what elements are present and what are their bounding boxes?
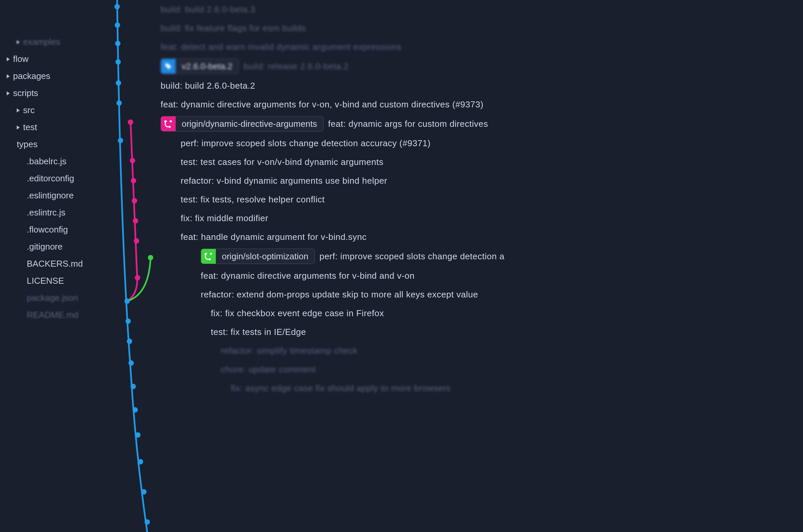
commit-message: feat: dynamic directive arguments for v-… (160, 99, 483, 110)
tree-item-.gitignore[interactable]: .gitignore (7, 238, 107, 255)
commit-message: feat: detect and warn invalid dynamic ar… (160, 42, 402, 52)
ref-tag[interactable]: origin/slot-optimization (201, 249, 315, 264)
tree-item-label: .editorconfig (27, 173, 74, 184)
commit-row[interactable]: origin/slot-optimizationperf: improve sc… (160, 246, 803, 266)
chevron-right-icon (17, 109, 20, 112)
svg-point-23 (135, 275, 140, 280)
commit-row[interactable]: build: fix feature flags for esm builds (160, 19, 803, 37)
tree-item-examples[interactable]: examples (7, 34, 107, 51)
tree-item-unnamed-3[interactable] (7, 27, 107, 34)
tree-item-.eslintignore[interactable]: .eslintignore (7, 187, 107, 204)
tree-item-.editorconfig[interactable]: .editorconfig (7, 170, 107, 187)
commit-message: test: fix tests in IE/Edge (211, 327, 306, 337)
tree-item-package.json[interactable]: package.json (7, 289, 107, 306)
commit-message: feat: dynamic directive arguments for v-… (201, 271, 415, 281)
commit-row[interactable]: test: fix tests in IE/Edge (160, 323, 803, 341)
tree-item-test[interactable]: test (7, 119, 107, 136)
commit-row[interactable]: feat: dynamic directive arguments for v-… (160, 95, 803, 114)
chevron-right-icon (17, 40, 20, 44)
tree-item-unnamed-2[interactable] (7, 20, 107, 27)
commit-message: build: fix feature flags for esm builds (160, 23, 306, 34)
tree-item-unnamed-1[interactable] (7, 13, 107, 20)
ref-tag[interactable]: origin/dynamic-directive-arguments (160, 116, 324, 132)
tree-item-label: scripts (13, 88, 38, 98)
chevron-right-icon (7, 74, 10, 78)
commit-row[interactable]: fix: fix middle modifier (160, 209, 803, 228)
svg-point-14 (138, 459, 143, 464)
commit-row[interactable]: test: fix tests, resolve helper conflict (160, 190, 803, 209)
commit-message: refactor: simplify timestamp check (221, 346, 358, 356)
commit-message: refactor: v-bind dynamic arguments use b… (181, 176, 387, 186)
svg-point-9 (127, 339, 132, 344)
git-branch-icon (201, 249, 216, 264)
ref-tag-label: v2.6.0-beta.2 (176, 59, 238, 74)
tree-item-label: types (17, 139, 37, 150)
chevron-right-icon (17, 126, 20, 130)
commit-message: fix: fix middle modifier (181, 213, 268, 224)
tree-item-types[interactable]: types (7, 136, 107, 153)
svg-point-18 (130, 158, 135, 163)
commit-row[interactable]: fix: async edge case fix should apply to… (160, 379, 803, 398)
svg-point-22 (134, 238, 139, 244)
tree-item-packages[interactable]: packages (7, 68, 107, 84)
commit-message: chore: update comment (221, 364, 316, 375)
ref-tag-label: origin/slot-optimization (216, 249, 314, 264)
tree-item-unnamed-0[interactable] (7, 7, 107, 13)
commit-message: fix: fix checkbox event edge case in Fir… (211, 308, 384, 319)
commit-row[interactable]: build: build 2.6.0-beta.3 (160, 0, 803, 19)
svg-point-3 (115, 59, 121, 64)
tree-item-label: .gitignore (27, 242, 62, 252)
commit-row[interactable]: refactor: simplify timestamp check (160, 341, 803, 360)
svg-point-7 (125, 299, 130, 304)
tree-item-.eslintrc.js[interactable]: .eslintrc.js (7, 204, 107, 221)
tree-item-.babelrc.js[interactable]: .babelrc.js (7, 153, 107, 170)
tree-item-label: .eslintignore (27, 190, 74, 201)
commit-message: perf: improve scoped slots change detect… (320, 251, 504, 262)
commit-row[interactable]: test: test cases for v-on/v-bind dynamic… (160, 153, 803, 171)
commit-message: fix: async edge case fix should apply to… (231, 383, 451, 394)
commit-message: test: test cases for v-on/v-bind dynamic… (181, 157, 383, 167)
commit-message: build: build 2.6.0-beta.2 (160, 81, 255, 91)
svg-point-6 (118, 138, 123, 143)
tree-item-label: LICENSE (27, 276, 64, 286)
svg-point-15 (141, 489, 147, 495)
git-branch-icon (161, 116, 176, 131)
tree-item-label: .flowconfig (27, 225, 68, 235)
ref-tag[interactable]: v2.6.0-beta.2 (160, 59, 239, 74)
svg-point-24 (148, 255, 153, 260)
tree-item-.flowconfig[interactable]: .flowconfig (7, 221, 107, 238)
svg-point-5 (116, 100, 122, 106)
commit-row[interactable]: refactor: extend dom-props update skip t… (160, 285, 803, 304)
tree-item-BACKERS.md[interactable]: BACKERS.md (7, 255, 107, 272)
svg-point-12 (133, 407, 138, 413)
svg-point-8 (126, 319, 131, 324)
tree-item-README.md[interactable]: README.md (7, 306, 107, 324)
commit-row[interactable]: build: build 2.6.0-beta.2 (160, 76, 803, 95)
svg-point-19 (131, 178, 136, 183)
svg-point-1 (115, 22, 120, 28)
commit-message: perf: improve scoped slots change detect… (181, 138, 431, 149)
tree-item-src[interactable]: src (7, 102, 107, 119)
tree-item-LICENSE[interactable]: LICENSE (7, 272, 107, 289)
commit-row[interactable]: feat: handle dynamic argument for v-bind… (160, 228, 803, 246)
ref-tag-label: origin/dynamic-directive-arguments (176, 117, 323, 131)
commit-row[interactable]: refactor: v-bind dynamic arguments use b… (160, 171, 803, 190)
tree-item-label: examples (23, 37, 60, 47)
commit-row[interactable]: v2.6.0-beta.2build: release 2.6.0-beta.2 (160, 56, 803, 76)
commit-row[interactable]: perf: improve scoped slots change detect… (160, 134, 803, 153)
svg-point-0 (114, 4, 120, 10)
tree-item-flow[interactable]: flow (7, 51, 107, 68)
file-tree-sidebar: examplesflowpackagesscriptssrctesttypes.… (0, 0, 107, 532)
commit-message: refactor: extend dom-props update skip t… (201, 289, 478, 300)
svg-point-17 (128, 119, 133, 125)
tree-item-label: BACKERS.md (27, 259, 83, 269)
commit-row[interactable]: feat: dynamic directive arguments for v-… (160, 266, 803, 285)
commit-row[interactable]: chore: update comment (160, 360, 803, 379)
commit-message: build: release 2.6.0-beta.2 (244, 61, 349, 72)
tree-item-scripts[interactable]: scripts (7, 84, 107, 102)
commit-row[interactable]: feat: detect and warn invalid dynamic ar… (160, 37, 803, 56)
tree-item-label: README.md (27, 310, 79, 320)
commit-row[interactable]: origin/dynamic-directive-argumentsfeat: … (160, 114, 803, 134)
commit-row[interactable]: fix: fix checkbox event edge case in Fir… (160, 304, 803, 323)
tree-item-label: .eslintrc.js (27, 207, 65, 218)
